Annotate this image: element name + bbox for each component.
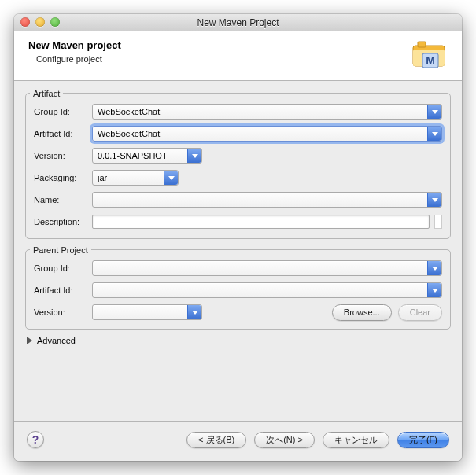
footer: ? < 戻る(B) 次へ(N) > キャンセル 完了(F) bbox=[14, 421, 462, 461]
group-id-label: Group Id: bbox=[34, 107, 87, 116]
packaging-label: Packaging: bbox=[34, 173, 87, 182]
parent-group-id-combo[interactable] bbox=[92, 260, 442, 276]
parent-legend: Parent Project bbox=[30, 245, 91, 255]
page-subtitle: Configure project bbox=[36, 54, 121, 64]
artifact-id-value: WebSocketChat bbox=[98, 129, 160, 138]
page-title: New Maven project bbox=[28, 39, 121, 51]
clear-button[interactable]: Clear bbox=[398, 304, 442, 321]
titlebar: New Maven Project bbox=[14, 14, 462, 31]
chevron-down-icon[interactable] bbox=[164, 171, 178, 185]
svg-rect-2 bbox=[418, 42, 426, 47]
chevron-down-icon[interactable] bbox=[427, 127, 441, 141]
parent-group-id-label: Group Id: bbox=[34, 263, 87, 273]
name-label: Name: bbox=[34, 195, 87, 204]
description-field[interactable] bbox=[92, 215, 430, 229]
parent-artifact-id-label: Artifact Id: bbox=[34, 285, 87, 295]
cancel-button[interactable]: キャンセル bbox=[323, 432, 389, 448]
artifact-id-label: Artifact Id: bbox=[34, 129, 87, 138]
artifact-id-combo[interactable]: WebSocketChat bbox=[92, 126, 442, 142]
artifact-group: Artifact Group Id: WebSocketChat Artifac… bbox=[25, 89, 451, 239]
chevron-down-icon[interactable] bbox=[427, 105, 441, 119]
browse-button[interactable]: Browse... bbox=[332, 304, 392, 321]
version-value: 0.0.1-SNAPSHOT bbox=[98, 151, 168, 160]
minimize-icon[interactable] bbox=[35, 17, 45, 27]
header: New Maven project Configure project M bbox=[14, 31, 462, 81]
advanced-label: Advanced bbox=[37, 336, 76, 345]
dialog-window: New Maven Project New Maven project Conf… bbox=[14, 14, 462, 461]
parent-artifact-id-combo[interactable] bbox=[92, 282, 442, 298]
group-id-value: WebSocketChat bbox=[98, 107, 160, 116]
chevron-down-icon[interactable] bbox=[427, 283, 441, 297]
close-icon[interactable] bbox=[20, 17, 30, 27]
disclosure-triangle-icon bbox=[27, 337, 32, 344]
chevron-down-icon[interactable] bbox=[427, 193, 441, 207]
svg-text:M: M bbox=[426, 54, 435, 67]
parent-version-combo[interactable] bbox=[92, 304, 202, 320]
parent-version-label: Version: bbox=[34, 307, 87, 317]
chevron-down-icon[interactable] bbox=[427, 261, 441, 275]
maven-wizard-icon: M bbox=[410, 39, 448, 71]
description-label: Description: bbox=[34, 217, 87, 226]
packaging-combo[interactable]: jar bbox=[92, 170, 179, 186]
description-scrollbar[interactable] bbox=[434, 215, 442, 229]
name-combo[interactable] bbox=[92, 192, 442, 208]
back-button[interactable]: < 戻る(B) bbox=[186, 432, 246, 448]
parent-group: Parent Project Group Id: Artifact Id: bbox=[25, 245, 451, 330]
help-button[interactable]: ? bbox=[27, 431, 44, 448]
group-id-combo[interactable]: WebSocketChat bbox=[92, 104, 442, 120]
chevron-down-icon[interactable] bbox=[187, 305, 201, 319]
chevron-down-icon[interactable] bbox=[187, 149, 201, 163]
next-button[interactable]: 次へ(N) > bbox=[254, 432, 315, 448]
zoom-icon[interactable] bbox=[50, 17, 60, 27]
body: Artifact Group Id: WebSocketChat Artifac… bbox=[14, 81, 462, 421]
version-label: Version: bbox=[34, 151, 87, 160]
window-title: New Maven Project bbox=[197, 17, 279, 28]
artifact-legend: Artifact bbox=[30, 89, 63, 98]
traffic-lights bbox=[20, 17, 60, 27]
version-combo[interactable]: 0.0.1-SNAPSHOT bbox=[92, 148, 202, 164]
finish-button[interactable]: 完了(F) bbox=[397, 432, 449, 448]
packaging-value: jar bbox=[98, 173, 107, 182]
advanced-toggle[interactable]: Advanced bbox=[27, 336, 449, 345]
